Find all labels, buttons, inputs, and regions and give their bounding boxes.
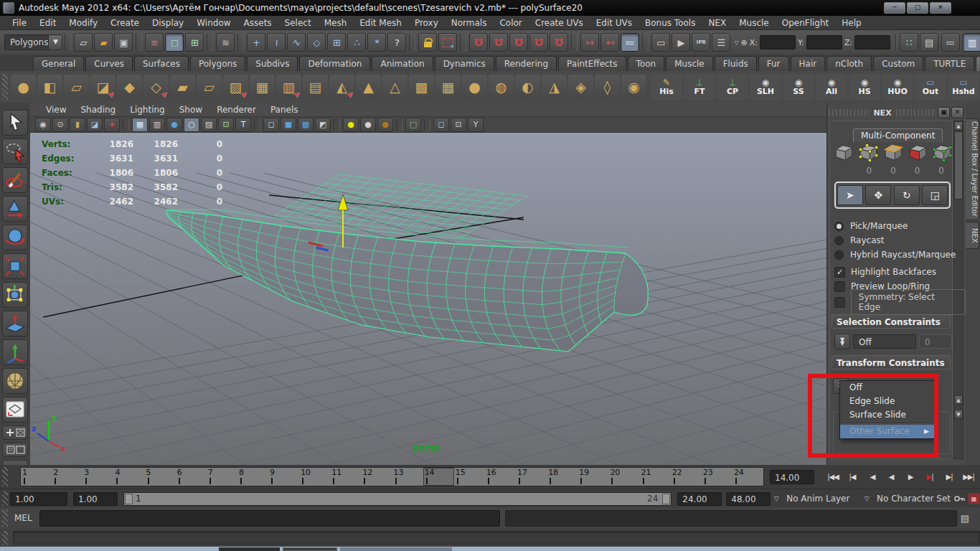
share-button[interactable]: Y (468, 118, 484, 132)
menu-edit-uvs[interactable]: Edit UVs (590, 16, 639, 30)
misc-mask-button[interactable]: * (367, 33, 386, 52)
checkbox-icon[interactable]: ✓ (834, 267, 845, 278)
shelf-button-hshd[interactable]: ▭ Hshd (948, 74, 979, 100)
persp-outliner-layout-button[interactable] (2, 443, 28, 457)
x-input[interactable] (760, 35, 796, 50)
symmetry-mode-button[interactable]: Symmetry: Select Edge (851, 289, 966, 315)
menu-bonus-tools[interactable]: Bonus Tools (639, 16, 702, 30)
shelf-tab-animation[interactable]: Animation (372, 56, 433, 71)
frame-tick[interactable]: 13 (392, 468, 423, 486)
extrude-tool-button[interactable]: ▰ (170, 75, 195, 100)
separate-tool-button[interactable]: ◇➤ (143, 75, 169, 100)
construction-history-button[interactable]: ≔ (621, 33, 639, 52)
select-by-hierarchy-button[interactable]: ≡ (145, 33, 164, 52)
animation-end-field[interactable]: 48.00 (726, 492, 771, 506)
shelf-button-out[interactable]: ▭ Out (915, 74, 946, 100)
highlight-selection-button[interactable] (438, 33, 457, 52)
reduce-tool-button[interactable]: ◍ (489, 75, 514, 100)
nex-close-button[interactable]: ✕ (951, 107, 963, 118)
frame-tick[interactable]: 16 (485, 468, 516, 486)
multi-cube-button[interactable]: ⊡ (451, 118, 466, 132)
shelf-tab-dynamics[interactable]: Dynamics (435, 56, 494, 71)
frame-tick[interactable]: 1 (21, 468, 52, 486)
chevron-down-icon[interactable]: ▽ (861, 495, 872, 502)
shelf-tab-general[interactable]: General (33, 56, 84, 71)
frame-ruler[interactable]: 123456789101112131415161718192021222324 (20, 467, 764, 486)
shelf-tab-curves[interactable]: Curves (85, 56, 133, 71)
camera-attributes-button[interactable]: ⊙ (52, 118, 68, 132)
drag-handle[interactable] (2, 467, 8, 486)
radio-icon[interactable] (834, 250, 844, 260)
anim-layer-selector[interactable]: No Anim Layer (782, 492, 861, 506)
script-editor-icon[interactable]: ▤ (961, 513, 969, 524)
mirror-tool-button[interactable]: ◪➤ (90, 75, 116, 100)
shaded-sphere-button[interactable]: ● (166, 118, 182, 132)
minimize-button[interactable]: ─ (884, 2, 905, 14)
frame-tick[interactable]: 12 (361, 468, 392, 486)
menu-modify[interactable]: Modify (62, 16, 104, 30)
frame-tick[interactable]: 24 (732, 468, 763, 486)
select-tool[interactable] (2, 110, 28, 136)
shelf-tab-muscle[interactable]: Muscle (666, 56, 713, 71)
transform-constraints-header[interactable]: Transform Constraints (831, 355, 951, 369)
command-line-label[interactable]: MEL (14, 513, 32, 523)
shelf-tab-subdivs[interactable]: Subdivs (247, 56, 298, 71)
quad-draw-tool-button[interactable]: ▦ (435, 75, 461, 100)
selection-constraint-value[interactable]: Off (853, 334, 916, 349)
play-forwards-button[interactable]: ▶ (902, 470, 919, 484)
chevron-down-icon[interactable]: ▽ (771, 495, 782, 502)
default-material-button[interactable]: ◻ (263, 118, 279, 132)
menu-window[interactable]: Window (190, 16, 237, 30)
panel-menu-view[interactable]: View (39, 103, 73, 117)
textured-display-button[interactable]: ▩ (298, 118, 314, 132)
shelf-tab-surfaces[interactable]: Surfaces (134, 56, 189, 71)
poly-count-display-button[interactable]: ∷ (900, 33, 918, 52)
frame-tick[interactable]: 11 (330, 468, 361, 486)
close-button[interactable]: ✕ (930, 2, 951, 14)
shelf-tab-deformation[interactable]: Deformation (299, 56, 370, 71)
channel-box-toggle-button[interactable]: ▥ (963, 33, 980, 52)
soft-modification-tool[interactable] (2, 311, 28, 336)
shelf-tab-painteffects[interactable]: PaintEffects (558, 56, 626, 71)
image-plane-button[interactable]: ◪ (87, 118, 103, 132)
play-backwards-button[interactable]: ◀ (882, 470, 900, 484)
output-connections-button[interactable]: ↤ (600, 33, 619, 52)
frame-tick[interactable]: 3 (83, 468, 113, 486)
use-all-lights-button[interactable]: ◩ (315, 118, 331, 132)
bridge-tool-button[interactable]: ▱ (197, 75, 222, 100)
render-view-button[interactable]: ▭ (651, 33, 670, 52)
target-icon[interactable]: ⊕ (741, 38, 748, 47)
nex-float-button[interactable]: ▣ (938, 107, 950, 118)
shaded-display-button[interactable]: ■ (281, 118, 296, 132)
xray-button[interactable]: ▨ (201, 118, 217, 132)
selection-masks-button[interactable]: ≋ (216, 33, 235, 52)
menu-edit-mesh[interactable]: Edit Mesh (353, 16, 408, 30)
bevel-tool-button[interactable]: ▨➤ (223, 75, 248, 100)
frame-tick[interactable]: 2 (52, 468, 83, 486)
rotate-tool[interactable] (2, 225, 28, 250)
nex-move-tool-button[interactable]: ✥ (865, 185, 891, 205)
chevron-down-icon[interactable]: ▽ (734, 39, 738, 46)
crease-tool-button[interactable]: ▩ (409, 75, 434, 100)
deformations-mask-button[interactable]: ◇ (307, 33, 326, 52)
spin-edge-tool-button[interactable]: ◊ (595, 75, 620, 100)
target-weld-tool-button[interactable]: ▲ (356, 75, 381, 100)
poke-tool-button[interactable]: ◈ (568, 75, 593, 100)
shelf-tab-hair[interactable]: Hair (791, 56, 826, 71)
nex-sphere-tool-button[interactable]: ◉ (621, 75, 646, 100)
drag-handle[interactable] (829, 109, 869, 116)
ipr-render-button[interactable]: IPR (692, 33, 710, 52)
sculpt-tool-button[interactable]: ◐ (515, 75, 540, 100)
snap-to-points-button[interactable]: Ω (509, 33, 528, 52)
character-set-selector[interactable]: No Character Set (872, 492, 954, 506)
drag-handle[interactable] (2, 531, 8, 545)
shelf-tab-fluids[interactable]: Fluids (715, 56, 757, 71)
edge-mode-icon[interactable] (882, 143, 905, 163)
open-scene-button[interactable]: ▰ (94, 33, 113, 52)
tab-nex[interactable]: NEX (966, 222, 979, 249)
constraint-dropdown-icon[interactable]: ▼▼ (834, 334, 850, 349)
snap-to-curves-button[interactable]: Ω (489, 33, 508, 52)
nex-rotate-tool-button[interactable]: ↻ (894, 185, 920, 205)
menu-proxy[interactable]: Proxy (408, 16, 445, 30)
menu-display[interactable]: Display (146, 16, 190, 30)
